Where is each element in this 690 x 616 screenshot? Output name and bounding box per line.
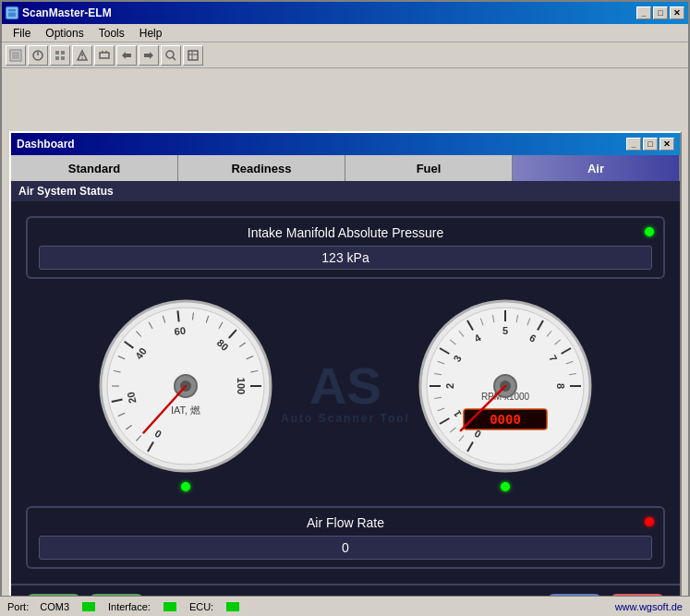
tab-readiness[interactable]: Readiness bbox=[178, 155, 345, 181]
svg-point-16 bbox=[166, 51, 174, 58]
iat-gauge-container: 0 20 40 60 80 bbox=[93, 294, 278, 491]
svg-point-12 bbox=[81, 57, 83, 59]
svg-rect-7 bbox=[61, 51, 65, 54]
port-label: Port: bbox=[7, 601, 29, 612]
iat-gauge-svg: 0 20 40 60 80 bbox=[93, 294, 278, 478]
toolbar-btn-6[interactable] bbox=[116, 45, 137, 66]
outer-win-controls: _ □ ✕ bbox=[636, 6, 684, 19]
airflow-indicator bbox=[645, 517, 654, 526]
svg-rect-8 bbox=[55, 56, 59, 60]
inner-maximize-btn[interactable]: □ bbox=[643, 138, 658, 151]
air-status-text: Air System Status bbox=[18, 185, 114, 198]
outer-titlebar: ScanMaster-ELM _ □ ✕ bbox=[2, 2, 688, 24]
svg-rect-13 bbox=[100, 53, 109, 58]
toolbar-btn-1[interactable] bbox=[6, 45, 26, 66]
airflow-title: Air Flow Rate bbox=[39, 515, 652, 530]
air-status-bar: Air System Status bbox=[11, 181, 680, 201]
svg-text:0000: 0000 bbox=[490, 412, 521, 427]
menu-tools[interactable]: Tools bbox=[91, 25, 132, 42]
outer-window: ScanMaster-ELM _ □ ✕ File Options Tools … bbox=[0, 0, 690, 616]
svg-text:60: 60 bbox=[174, 325, 186, 337]
toolbar-btn-7[interactable] bbox=[139, 45, 159, 66]
inner-minimize-btn[interactable]: _ bbox=[626, 138, 641, 151]
rpm-gauge-container: 0 1 2 3 4 bbox=[413, 294, 598, 491]
svg-rect-18 bbox=[188, 51, 198, 60]
toolbar-btn-8[interactable] bbox=[161, 45, 181, 66]
svg-text:20: 20 bbox=[125, 391, 138, 404]
menu-options[interactable]: Options bbox=[38, 25, 91, 42]
tab-standard[interactable]: Standard bbox=[11, 155, 178, 181]
main-content: Intake Manifold Absolute Pressure 123 kP… bbox=[11, 201, 680, 584]
toolbar-btn-9[interactable] bbox=[183, 45, 203, 66]
svg-text:2: 2 bbox=[444, 383, 455, 389]
inner-win-controls: _ □ ✕ bbox=[626, 138, 674, 151]
ecu-status-indicator bbox=[226, 602, 239, 611]
menu-file[interactable]: File bbox=[6, 25, 38, 42]
svg-text:5: 5 bbox=[502, 325, 508, 336]
inner-window: Dashboard _ □ ✕ Standard Readiness Fuel … bbox=[9, 131, 682, 616]
svg-rect-3 bbox=[12, 52, 19, 59]
gauges-row: 0 20 40 60 80 bbox=[26, 294, 665, 491]
pressure-display: Intake Manifold Absolute Pressure 123 kP… bbox=[26, 216, 665, 279]
airflow-display: Air Flow Rate 0 bbox=[26, 506, 665, 569]
app-icon bbox=[6, 6, 18, 19]
toolbar-btn-4[interactable] bbox=[72, 45, 92, 66]
toolbar-btn-2[interactable] bbox=[28, 45, 48, 66]
port-value: COM3 bbox=[40, 601, 69, 612]
outer-title-group: ScanMaster-ELM bbox=[6, 6, 112, 19]
inner-close-btn[interactable]: ✕ bbox=[660, 138, 674, 151]
rpm-indicator bbox=[501, 482, 510, 491]
menu-help[interactable]: Help bbox=[132, 25, 170, 42]
svg-rect-0 bbox=[7, 8, 17, 18]
interface-status-indicator bbox=[163, 602, 176, 611]
tabs-container: Standard Readiness Fuel Air bbox=[11, 155, 680, 181]
svg-text:8: 8 bbox=[555, 383, 566, 389]
dashboard-title: Dashboard bbox=[17, 138, 75, 151]
airflow-value: 0 bbox=[39, 536, 652, 560]
pressure-value: 123 kPa bbox=[39, 246, 652, 270]
pressure-indicator bbox=[645, 227, 654, 236]
pressure-title: Intake Manifold Absolute Pressure bbox=[39, 225, 652, 240]
rpm-gauge-svg: 0 1 2 3 4 bbox=[413, 294, 598, 478]
app-title: ScanMaster-ELM bbox=[22, 6, 112, 19]
svg-line-17 bbox=[173, 57, 176, 60]
svg-line-29 bbox=[177, 310, 178, 321]
svg-text:IAT, 燃: IAT, 燃 bbox=[171, 405, 200, 416]
svg-rect-6 bbox=[55, 51, 59, 54]
outer-minimize-btn[interactable]: _ bbox=[636, 6, 651, 19]
toolbar-btn-5[interactable] bbox=[94, 45, 115, 66]
website-link: www.wgsoft.de bbox=[615, 601, 683, 612]
ecu-label: ECU: bbox=[189, 601, 213, 612]
status-bottom: Port: COM3 Interface: ECU: www.wgsoft.de bbox=[0, 596, 690, 616]
port-status-indicator bbox=[82, 602, 95, 611]
inner-titlebar: Dashboard _ □ ✕ bbox=[11, 133, 680, 155]
toolbar bbox=[2, 42, 688, 68]
svg-rect-9 bbox=[61, 56, 65, 60]
svg-text:100: 100 bbox=[236, 378, 247, 394]
toolbar-btn-3[interactable] bbox=[50, 45, 70, 66]
tab-fuel[interactable]: Fuel bbox=[345, 155, 513, 181]
watermark: AS Auto Scanner Tool bbox=[281, 360, 410, 425]
iat-indicator bbox=[181, 482, 190, 491]
menubar: File Options Tools Help bbox=[2, 24, 688, 42]
interface-label: Interface: bbox=[108, 601, 151, 612]
outer-maximize-btn[interactable]: □ bbox=[653, 6, 668, 19]
tab-air[interactable]: Air bbox=[513, 155, 680, 181]
outer-close-btn[interactable]: ✕ bbox=[670, 6, 684, 19]
